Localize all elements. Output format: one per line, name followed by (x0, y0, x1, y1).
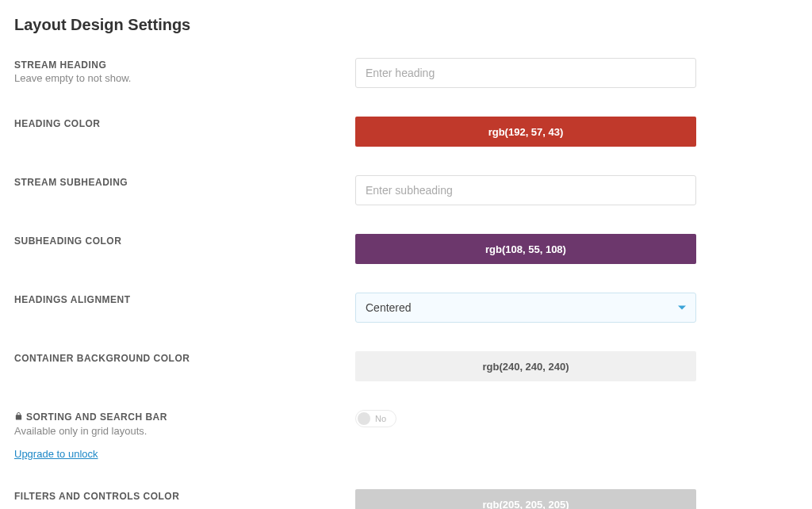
input-stream-heading[interactable] (355, 58, 696, 88)
row-stream-subheading: STREAM SUBHEADING (14, 175, 798, 205)
page-title: Layout Design Settings (14, 16, 798, 34)
label-sorting-search: SORTING AND SEARCH BAR (14, 411, 355, 423)
row-container-bg-color: CONTAINER BACKGROUND COLOR rgb(240, 240,… (14, 351, 798, 381)
toggle-sorting-search: No (355, 410, 396, 427)
label-subheading-color: SUBHEADING COLOR (14, 235, 355, 247)
swatch-subheading-color[interactable]: rgb(108, 55, 108) (355, 234, 696, 264)
label-stream-heading: STREAM HEADING (14, 59, 355, 71)
toggle-knob (358, 412, 370, 425)
select-headings-alignment-value: Centered (366, 301, 412, 314)
label-container-bg-color: CONTAINER BACKGROUND COLOR (14, 353, 355, 364)
label-stream-subheading: STREAM SUBHEADING (14, 177, 355, 188)
row-sorting-search: SORTING AND SEARCH BAR Available only in… (14, 410, 798, 461)
lock-icon (14, 411, 23, 423)
caret-down-icon (678, 306, 686, 310)
hint-stream-heading: Leave empty to not show. (14, 72, 355, 84)
hint-sorting-search: Available only in grid layouts. (14, 425, 355, 437)
row-heading-color: HEADING COLOR rgb(192, 57, 43) (14, 117, 798, 147)
toggle-sorting-search-text: No (375, 414, 386, 423)
row-subheading-color: SUBHEADING COLOR rgb(108, 55, 108) (14, 234, 798, 264)
label-headings-alignment: HEADINGS ALIGNMENT (14, 294, 355, 305)
label-filters-color: FILTERS AND CONTROLS COLOR (14, 491, 355, 502)
input-stream-subheading[interactable] (355, 175, 696, 205)
row-stream-heading: STREAM HEADING Leave empty to not show. (14, 58, 798, 88)
swatch-heading-color[interactable]: rgb(192, 57, 43) (355, 117, 696, 147)
swatch-container-bg-color[interactable]: rgb(240, 240, 240) (355, 351, 696, 381)
row-filters-color: FILTERS AND CONTROLS COLOR rgb(205, 205,… (14, 489, 798, 509)
label-heading-color: HEADING COLOR (14, 118, 355, 129)
link-upgrade-unlock[interactable]: Upgrade to unlock (14, 448, 98, 460)
swatch-filters-color[interactable]: rgb(205, 205, 205) (355, 489, 696, 509)
select-headings-alignment[interactable]: Centered (355, 293, 696, 323)
row-headings-alignment: HEADINGS ALIGNMENT Centered (14, 293, 798, 323)
